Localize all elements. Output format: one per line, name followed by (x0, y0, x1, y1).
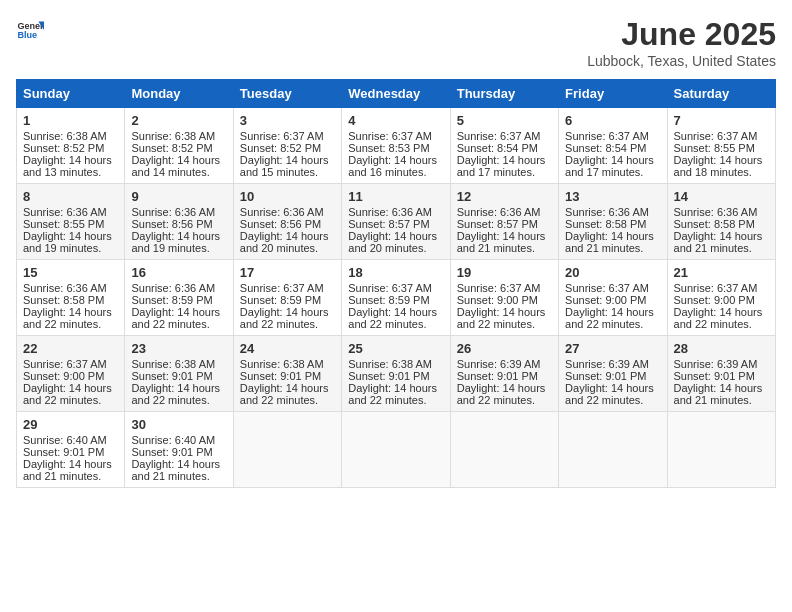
sunset-text: Sunset: 8:52 PM (131, 142, 212, 154)
day-number: 13 (565, 189, 660, 204)
sunset-text: Sunset: 9:01 PM (348, 370, 429, 382)
daylight-text: Daylight: 14 hours and 14 minutes. (131, 154, 220, 178)
daylight-text: Daylight: 14 hours and 21 minutes. (565, 230, 654, 254)
table-row: 10Sunrise: 6:36 AMSunset: 8:56 PMDayligh… (233, 184, 341, 260)
sunset-text: Sunset: 9:00 PM (674, 294, 755, 306)
table-row: 12Sunrise: 6:36 AMSunset: 8:57 PMDayligh… (450, 184, 558, 260)
day-number: 23 (131, 341, 226, 356)
sunset-text: Sunset: 9:00 PM (23, 370, 104, 382)
page-header: General Blue June 2025 Lubbock, Texas, U… (16, 16, 776, 69)
col-sunday: Sunday (17, 80, 125, 108)
day-number: 27 (565, 341, 660, 356)
month-title: June 2025 (587, 16, 776, 53)
table-row: 13Sunrise: 6:36 AMSunset: 8:58 PMDayligh… (559, 184, 667, 260)
sunset-text: Sunset: 8:59 PM (131, 294, 212, 306)
sunrise-text: Sunrise: 6:36 AM (131, 206, 215, 218)
daylight-text: Daylight: 14 hours and 22 minutes. (457, 382, 546, 406)
daylight-text: Daylight: 14 hours and 22 minutes. (457, 306, 546, 330)
day-number: 10 (240, 189, 335, 204)
sunrise-text: Sunrise: 6:37 AM (565, 282, 649, 294)
col-friday: Friday (559, 80, 667, 108)
daylight-text: Daylight: 14 hours and 22 minutes. (240, 382, 329, 406)
sunset-text: Sunset: 8:57 PM (348, 218, 429, 230)
daylight-text: Daylight: 14 hours and 18 minutes. (674, 154, 763, 178)
table-row: 3Sunrise: 6:37 AMSunset: 8:52 PMDaylight… (233, 108, 341, 184)
sunrise-text: Sunrise: 6:36 AM (348, 206, 432, 218)
calendar-week-row: 29Sunrise: 6:40 AMSunset: 9:01 PMDayligh… (17, 412, 776, 488)
table-row: 11Sunrise: 6:36 AMSunset: 8:57 PMDayligh… (342, 184, 450, 260)
daylight-text: Daylight: 14 hours and 21 minutes. (23, 458, 112, 482)
sunset-text: Sunset: 9:01 PM (565, 370, 646, 382)
sunset-text: Sunset: 9:01 PM (131, 370, 212, 382)
daylight-text: Daylight: 14 hours and 16 minutes. (348, 154, 437, 178)
sunrise-text: Sunrise: 6:36 AM (131, 282, 215, 294)
day-number: 1 (23, 113, 118, 128)
sunset-text: Sunset: 8:54 PM (457, 142, 538, 154)
sunset-text: Sunset: 9:00 PM (565, 294, 646, 306)
sunrise-text: Sunrise: 6:37 AM (348, 282, 432, 294)
daylight-text: Daylight: 14 hours and 21 minutes. (457, 230, 546, 254)
day-number: 17 (240, 265, 335, 280)
sunset-text: Sunset: 9:01 PM (131, 446, 212, 458)
sunrise-text: Sunrise: 6:37 AM (457, 282, 541, 294)
day-number: 7 (674, 113, 769, 128)
daylight-text: Daylight: 14 hours and 22 minutes. (240, 306, 329, 330)
sunrise-text: Sunrise: 6:36 AM (23, 206, 107, 218)
table-row: 5Sunrise: 6:37 AMSunset: 8:54 PMDaylight… (450, 108, 558, 184)
sunset-text: Sunset: 8:56 PM (240, 218, 321, 230)
day-number: 4 (348, 113, 443, 128)
col-thursday: Thursday (450, 80, 558, 108)
sunrise-text: Sunrise: 6:39 AM (565, 358, 649, 370)
day-number: 12 (457, 189, 552, 204)
sunrise-text: Sunrise: 6:37 AM (457, 130, 541, 142)
daylight-text: Daylight: 14 hours and 21 minutes. (674, 382, 763, 406)
table-row: 18Sunrise: 6:37 AMSunset: 8:59 PMDayligh… (342, 260, 450, 336)
daylight-text: Daylight: 14 hours and 13 minutes. (23, 154, 112, 178)
table-row: 15Sunrise: 6:36 AMSunset: 8:58 PMDayligh… (17, 260, 125, 336)
day-number: 28 (674, 341, 769, 356)
day-number: 16 (131, 265, 226, 280)
sunset-text: Sunset: 9:01 PM (23, 446, 104, 458)
sunset-text: Sunset: 8:59 PM (240, 294, 321, 306)
sunrise-text: Sunrise: 6:36 AM (457, 206, 541, 218)
daylight-text: Daylight: 14 hours and 21 minutes. (131, 458, 220, 482)
logo-icon: General Blue (16, 16, 44, 44)
daylight-text: Daylight: 14 hours and 21 minutes. (674, 230, 763, 254)
table-row: 30Sunrise: 6:40 AMSunset: 9:01 PMDayligh… (125, 412, 233, 488)
calendar-week-row: 15Sunrise: 6:36 AMSunset: 8:58 PMDayligh… (17, 260, 776, 336)
table-row (342, 412, 450, 488)
sunrise-text: Sunrise: 6:37 AM (348, 130, 432, 142)
daylight-text: Daylight: 14 hours and 22 minutes. (23, 382, 112, 406)
sunrise-text: Sunrise: 6:37 AM (23, 358, 107, 370)
table-row: 7Sunrise: 6:37 AMSunset: 8:55 PMDaylight… (667, 108, 775, 184)
day-number: 20 (565, 265, 660, 280)
title-area: June 2025 Lubbock, Texas, United States (587, 16, 776, 69)
sunset-text: Sunset: 8:52 PM (240, 142, 321, 154)
table-row: 27Sunrise: 6:39 AMSunset: 9:01 PMDayligh… (559, 336, 667, 412)
day-number: 6 (565, 113, 660, 128)
day-number: 30 (131, 417, 226, 432)
table-row: 20Sunrise: 6:37 AMSunset: 9:00 PMDayligh… (559, 260, 667, 336)
sunset-text: Sunset: 8:59 PM (348, 294, 429, 306)
sunrise-text: Sunrise: 6:36 AM (565, 206, 649, 218)
table-row: 6Sunrise: 6:37 AMSunset: 8:54 PMDaylight… (559, 108, 667, 184)
col-monday: Monday (125, 80, 233, 108)
day-number: 25 (348, 341, 443, 356)
daylight-text: Daylight: 14 hours and 20 minutes. (240, 230, 329, 254)
day-number: 29 (23, 417, 118, 432)
table-row: 1Sunrise: 6:38 AMSunset: 8:52 PMDaylight… (17, 108, 125, 184)
col-saturday: Saturday (667, 80, 775, 108)
sunrise-text: Sunrise: 6:38 AM (240, 358, 324, 370)
table-row (450, 412, 558, 488)
daylight-text: Daylight: 14 hours and 22 minutes. (348, 306, 437, 330)
day-number: 9 (131, 189, 226, 204)
daylight-text: Daylight: 14 hours and 22 minutes. (674, 306, 763, 330)
table-row: 26Sunrise: 6:39 AMSunset: 9:01 PMDayligh… (450, 336, 558, 412)
daylight-text: Daylight: 14 hours and 22 minutes. (131, 382, 220, 406)
sunrise-text: Sunrise: 6:37 AM (240, 130, 324, 142)
col-tuesday: Tuesday (233, 80, 341, 108)
sunrise-text: Sunrise: 6:39 AM (457, 358, 541, 370)
calendar-table: Sunday Monday Tuesday Wednesday Thursday… (16, 79, 776, 488)
daylight-text: Daylight: 14 hours and 22 minutes. (348, 382, 437, 406)
daylight-text: Daylight: 14 hours and 19 minutes. (23, 230, 112, 254)
